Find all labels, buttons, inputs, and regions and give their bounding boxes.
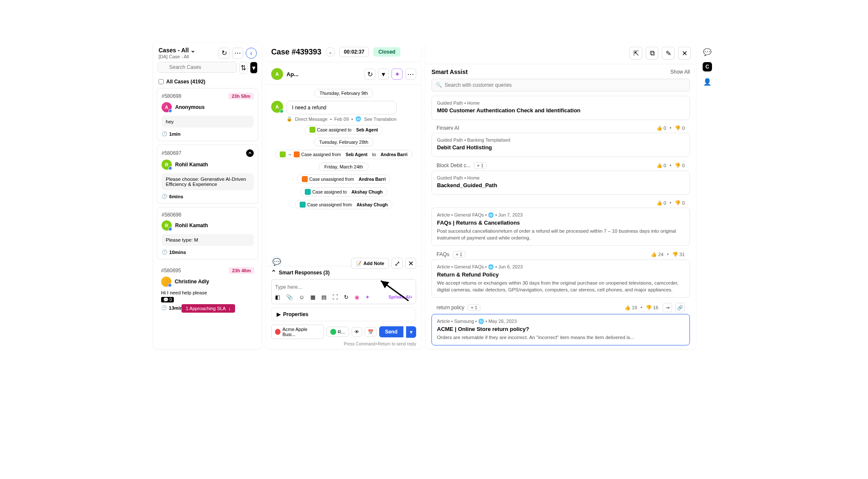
right-rail: 💬 C 👤 [700,43,715,349]
close-thread-button[interactable]: ✕ [405,258,416,269]
case-card[interactable]: #580696 R Rohil Kamath Please type: M 10… [157,207,258,259]
article-body: Orders are returnable if they are incorr… [437,334,684,341]
article-card[interactable]: Guided Path • Home M00 Customer Authenti… [431,96,690,120]
all-cases-checkbox[interactable] [159,79,164,84]
case-user: Rohil Kamath [175,162,208,168]
sort-button[interactable]: ⇅ [239,62,247,74]
article-card[interactable]: Guided Path • Home Backend_Guided_Path [431,171,690,195]
avatar: A [271,101,283,113]
system-event: Case unassigned from Andrea Barri [297,174,391,184]
expand-thread-button[interactable]: ⤢ [391,258,403,269]
case-card[interactable]: #580695 23h 46m Christine Adly Hi I need… [157,263,258,311]
export-button[interactable]: ⇱ [630,47,642,60]
compose-input-wrap: ◧ 📎 ☺ ▦ ▤ ⛶ ↻ ◉ ✦ Sprinklr AI+ [271,279,416,304]
reply-type-chip[interactable]: R... [326,327,349,337]
article-card[interactable]: Article • General FAQs • 🌐 • Jun 6, 2023… [431,259,690,298]
emoji-icon[interactable]: ☺ [299,294,304,300]
schedule-chip[interactable]: 📅 [365,327,377,337]
more-chip[interactable]: + 1 [468,304,480,311]
thumbs-up-icon[interactable]: 👍 0 [656,163,667,168]
approaching-sla-badge[interactable]: 1 Approaching SLA ↓ [182,304,235,313]
case-dropdown[interactable]: ⌄ [326,47,335,57]
ai-compose-icon[interactable]: ◉ [355,294,359,300]
thumbs-down-icon[interactable]: 👎 16 [646,305,658,311]
conversation-subheader: A Ap... ↻ ▾ ✦ ⋯ [266,64,421,85]
case-id: #580696 [162,212,182,218]
collapse-panel-button[interactable]: ‹ [246,48,257,59]
case-card[interactable]: #580698 23h 58m A Anonymous hey 1min [157,88,258,141]
see-translation-link[interactable]: See Translation [364,117,396,122]
avatar: R [162,220,172,231]
article-body: Post successful cancellation/return of o… [437,228,684,241]
visibility-chip[interactable]: 👁 [352,327,362,336]
filter-button[interactable]: ▾ [250,62,258,74]
add-note-button[interactable]: 📝 Add Note [351,258,389,269]
case-card[interactable]: #580697 R Rohil Kamath Please choose: Ge… [157,145,258,204]
thumbs-down-icon[interactable]: 👎 0 [675,125,685,131]
expand-icon[interactable] [246,149,254,157]
send-dropdown[interactable]: ▾ [406,326,416,338]
article-title: FAQs | Returns & Cancellations [437,220,684,226]
chat-channel-icon[interactable]: 💬 [271,256,282,267]
cases-title[interactable]: Cases - All [159,47,218,54]
more-chip[interactable]: + 1 [453,251,465,258]
article-meta: Guided Path • Home [437,100,684,105]
status-badge: Closed [373,47,400,57]
chevron-up-icon [271,270,276,276]
sparkle-icon[interactable]: ✦ [365,294,370,300]
account-chip[interactable]: Acme Apple Busi... [271,325,324,339]
assist-search-input[interactable] [431,79,690,91]
all-cases-toggle[interactable]: All Cases (4192) [153,77,262,88]
thumbs-up-icon[interactable]: 👍 0 [656,200,667,206]
thumbs-up-icon[interactable]: 👍 0 [656,125,667,131]
properties-toggle[interactable]: ▶ Properties [271,308,416,321]
chat-rail-icon[interactable]: 💬 [702,47,712,57]
thumbs-up-icon[interactable]: 👍 19 [624,305,637,311]
article-title: M00 Customer Authentication Check and Id… [437,107,684,114]
gif-icon[interactable]: ▦ [310,294,315,300]
duplicate-button[interactable]: ⧉ [646,47,658,60]
more-chip[interactable]: + 1 [474,162,487,169]
send-button[interactable]: Send [379,326,403,337]
date-separator: Tuesday, February 28th [314,138,374,146]
compose-input[interactable] [275,284,412,290]
date-separator: Friday, March 24th [319,163,369,171]
compose-area: Smart Responses (3) ◧ 📎 ☺ ▦ ▤ ⛶ ↻ ◉ ✦ S [266,266,421,349]
refresh-compose-icon[interactable]: ↻ [344,294,349,300]
system-event: Case assigned to Seb Agent [305,125,383,134]
show-all-link[interactable]: Show All [670,69,690,75]
article-card[interactable]: Article • Samsung • 🌐 • May 26, 2023 ACM… [431,314,690,345]
wand-button[interactable]: ✎ [662,47,675,60]
close-assist-button[interactable]: ✕ [678,47,691,60]
article-title: Backend_Guided_Path [437,182,684,188]
article-footer: Finserv AI 👍 0 • 👎 0 [431,123,690,133]
insert-article-button[interactable]: ⇥ [663,303,672,312]
template-icon[interactable]: ▤ [321,294,326,300]
refresh-thread-button[interactable]: ↻ [364,68,375,80]
thread-more-button[interactable]: ⋯ [405,68,416,80]
thumbs-up-icon[interactable]: 👍 24 [651,251,664,257]
clock-icon [161,305,167,311]
filter-thread-button[interactable]: ▾ [378,68,389,80]
article-meta: Article • General FAQs • 🌐 • Jun 7, 2023 [437,212,684,218]
ai-sparkle-button[interactable]: ✦ [391,68,403,80]
more-button[interactable]: ⋯ [232,48,243,59]
chevron-down-icon [190,47,196,54]
attachment-icon[interactable]: 📎 [286,294,293,300]
thumbs-down-icon[interactable]: 👎 31 [672,251,685,257]
timer: 00:02:37 [339,47,369,57]
c-rail-icon[interactable]: C [703,62,712,71]
thumbs-down-icon[interactable]: 👎 0 [675,200,685,206]
article-card[interactable]: Article • General FAQs • 🌐 • Jun 7, 2023… [431,208,690,246]
article-card[interactable]: Guided Path • Banking Templatised Debit … [431,133,690,157]
profile-rail-icon[interactable]: 👤 [702,77,712,87]
avatar: A [271,68,283,80]
search-cases-input[interactable] [158,62,237,73]
thumbs-down-icon[interactable]: 👎 0 [675,163,685,168]
article-title: Debit Card Hotlisting [437,144,684,151]
refresh-button[interactable]: ↻ [218,48,230,59]
link-article-button[interactable]: 🔗 [675,303,685,312]
format-icon[interactable]: ◧ [275,294,280,300]
case-title: Case #439393 [271,48,321,57]
fullscreen-icon[interactable]: ⛶ [332,294,338,300]
